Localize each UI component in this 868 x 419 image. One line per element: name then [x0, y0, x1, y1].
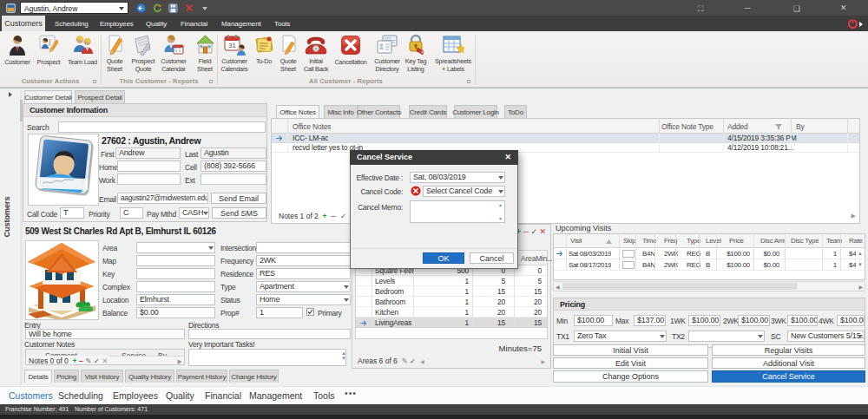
svg-text:31: 31: [228, 42, 236, 49]
